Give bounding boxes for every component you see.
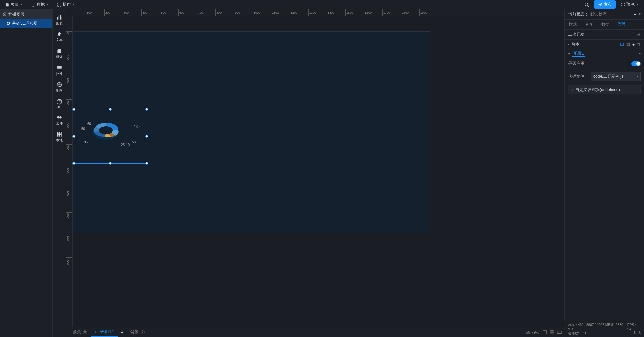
layer-panel: 看板图层 基础3D环形图 <box>0 9 53 337</box>
chevron-right-icon[interactable]: ▶ <box>639 52 641 55</box>
tab-data-label: 数据 <box>601 22 609 27</box>
add-status-icon[interactable]: + <box>634 12 636 17</box>
chart-icon <box>56 14 62 20</box>
tab-subboard[interactable]: 子看板1 <box>91 327 118 337</box>
tab-code[interactable]: 代码 <box>613 20 630 29</box>
svg-line-6 <box>588 5 589 7</box>
ruler-horizontal: 1002003004005006007008009001000110012001… <box>73 9 564 16</box>
comp-media[interactable]: 媒体 <box>53 46 65 61</box>
resize-handle-mr[interactable] <box>145 135 148 138</box>
grid-view-icon[interactable] <box>550 330 554 335</box>
layer-item-donut3d[interactable]: 基础3D环形图 <box>0 19 52 28</box>
status-row: 当前状态： 默认状态 + ▶ <box>565 9 644 20</box>
publish-button[interactable]: 发布 <box>594 0 616 9</box>
search-button[interactable] <box>582 0 591 9</box>
menu-project[interactable]: 项目 ▼ <box>3 0 26 9</box>
codefile-label: 代码文件 <box>568 74 588 79</box>
send-icon <box>598 3 602 7</box>
layer-panel-header: 看板图层 <box>0 9 52 19</box>
comp-control[interactable]: 控件 <box>53 63 65 78</box>
menu-data[interactable]: 数据 ▼ <box>29 0 52 9</box>
custom-settings-label: 自定义设置项(undefined) <box>575 87 620 93</box>
tab-badge-icon: + <box>141 330 145 334</box>
resize-handle-bm[interactable] <box>109 162 112 165</box>
comp-suite[interactable]: 套件 <box>53 112 65 128</box>
comp-suite-label: 套件 <box>56 121 63 126</box>
resize-handle-ml[interactable] <box>72 135 75 138</box>
tab-interact-label: 交互 <box>585 22 593 27</box>
text-icon <box>56 31 62 37</box>
lock-icon[interactable] <box>637 33 641 37</box>
preview-label: 预览 <box>626 2 635 7</box>
top-menu-bar: 项目 ▼ 数据 ▼ 操作 ▼ 发布 预览 ▼ <box>0 0 644 9</box>
comp-3d[interactable]: 3D <box>53 96 65 111</box>
resize-handle-tm[interactable] <box>109 108 112 111</box>
comp-map[interactable]: 地图 <box>53 80 65 95</box>
svg-rect-19 <box>550 330 552 332</box>
svg-rect-18 <box>543 330 547 334</box>
enable-toggle[interactable] <box>631 61 641 66</box>
zoom-controls: 69.79% <box>526 330 562 335</box>
script-title: 脚本 <box>572 41 580 47</box>
menu-action[interactable]: 操作 ▼ <box>55 0 78 9</box>
comp-control-label: 控件 <box>56 72 63 76</box>
svg-point-7 <box>7 22 10 25</box>
comp-local[interactable]: 本地 <box>53 129 65 145</box>
comp-3d-label: 3D <box>57 105 61 109</box>
delete-icon[interactable] <box>637 42 641 46</box>
layer-item-label: 基础3D环形图 <box>12 21 37 26</box>
tab-background[interactable]: 背景 + <box>126 327 149 337</box>
tab-data[interactable]: 数据 <box>597 20 613 29</box>
codefile-select[interactable]: code/二开示例.js ▾ <box>591 72 641 81</box>
map-icon <box>56 82 62 88</box>
bottom-tab-bar: 前景 ✕ 子看板1 + 背景 + 69.79% <box>66 327 564 337</box>
donut-3d-component[interactable]: 60 50 95 25 10 58 130 <box>74 109 147 164</box>
resize-handle-br[interactable] <box>145 162 148 165</box>
control-icon <box>56 65 62 71</box>
resize-handle-tl[interactable] <box>72 108 75 111</box>
donut-label-95: 95 <box>84 140 88 144</box>
property-tabs: 样式 交互 数据 代码 <box>565 20 644 30</box>
database-icon <box>31 3 35 7</box>
zoom-value: 69.79% <box>526 330 539 335</box>
comp-chart[interactable]: 图表 <box>53 12 65 28</box>
property-panel: 当前状态： 默认状态 + ▶ 样式 交互 数据 代码 二次开发 ▾ 脚本 <box>564 9 644 337</box>
svg-rect-27 <box>627 43 630 45</box>
list-icon[interactable] <box>620 42 624 46</box>
tab-interact[interactable]: 交互 <box>581 20 597 29</box>
component-toolbar: 图表 文本 媒体 控件 地图 3D 套件 本地 <box>53 9 66 337</box>
resize-handle-bl[interactable] <box>72 162 75 165</box>
donut-label-10: 10 <box>126 143 130 147</box>
add-script-icon[interactable]: + <box>632 42 635 47</box>
suite-icon <box>56 114 62 120</box>
canvas[interactable]: 60 50 95 25 10 58 130 <box>73 16 564 327</box>
svg-rect-17 <box>95 331 98 333</box>
ruler-vertical: 01002003004005006007008009001000 <box>66 16 73 327</box>
tab-foreground[interactable]: 前景 ✕ <box>69 327 91 337</box>
status-icons: + ▶ <box>634 12 641 17</box>
resize-handle-tr[interactable] <box>145 108 148 111</box>
expand-icon <box>621 3 625 7</box>
chevron-down-icon: ▾ <box>568 43 569 46</box>
chevron-left-icon[interactable]: ◀ <box>568 52 570 55</box>
comp-text[interactable]: 文本 <box>53 29 65 45</box>
script-config-tab[interactable]: 配置1 <box>572 51 585 57</box>
status-bar: 内存：469 / 3607 / 4096 MB 81 / 550 MB FPS：… <box>564 321 644 337</box>
comp-chart-label: 图表 <box>56 21 63 26</box>
edge-icon[interactable] <box>557 330 562 335</box>
memory-info: 内存：469 / 3607 / 4096 MB 81 / 550 MB <box>568 322 627 331</box>
copy-icon[interactable] <box>626 42 630 46</box>
svg-point-16 <box>99 126 113 134</box>
top-right-controls: 发布 预览 ▼ <box>582 0 641 9</box>
enable-row: 是否启用 <box>565 58 644 69</box>
donut-label-58: 58 <box>132 140 136 144</box>
custom-settings-row[interactable]: ▸ 自定义设置项(undefined) <box>568 85 641 94</box>
script-header[interactable]: ▾ 脚本 + <box>565 40 644 49</box>
chevron-right-icon[interactable]: ▶ <box>639 12 641 17</box>
fit-icon[interactable] <box>542 330 547 335</box>
tab-add-button[interactable]: + <box>118 330 126 335</box>
chevron-right-icon: ▸ <box>572 88 573 91</box>
puzzle-icon <box>56 131 62 137</box>
preview-button[interactable]: 预览 ▼ <box>618 0 641 9</box>
tab-style[interactable]: 样式 <box>565 20 581 29</box>
